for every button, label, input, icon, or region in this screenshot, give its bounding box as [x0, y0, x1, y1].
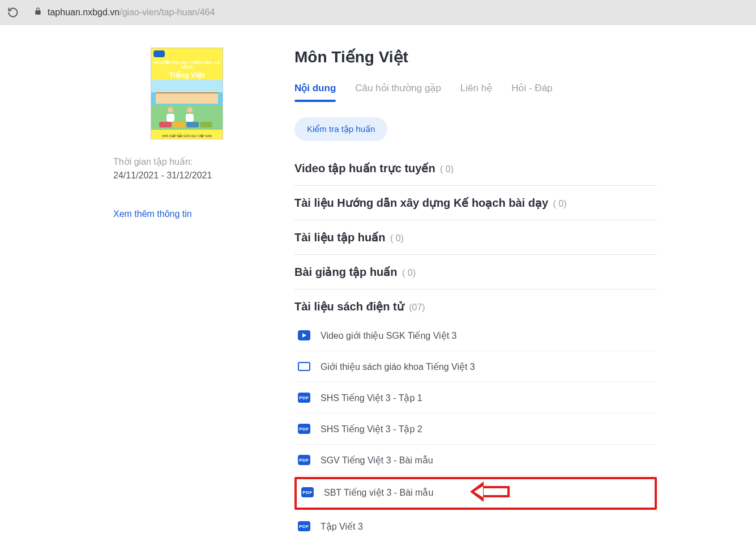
url-field[interactable]: taphuan.nxbgd.vn/giao-vien/tap-huan/464: [27, 4, 749, 21]
reload-icon[interactable]: [7, 6, 19, 19]
doc-item-video-intro[interactable]: Video giới thiệu SGK Tiếng Việt 3: [294, 320, 657, 351]
pdf-icon: PDF: [298, 521, 310, 531]
url-text: taphuan.nxbgd.vn/giao-vien/tap-huan/464: [48, 7, 215, 18]
check-training-button[interactable]: Kiểm tra tập huấn: [294, 117, 387, 141]
doc-item-intro-sgk[interactable]: Giới thiệu sách giáo khoa Tiếng Việt 3: [294, 351, 657, 382]
pdf-icon: PDF: [298, 455, 310, 465]
section-lectures[interactable]: Bài giảng tập huấn ( 0): [294, 255, 657, 289]
doc-item-shs-tap2[interactable]: PDF SHS Tiếng Việt 3 - Tập 2: [294, 414, 657, 445]
browser-address-bar: taphuan.nxbgd.vn/giao-vien/tap-huan/464: [0, 0, 756, 25]
more-info-link[interactable]: Xem thêm thông tin: [113, 209, 260, 219]
doc-item-sgv-baimau[interactable]: PDF SGV Tiếng Việt 3 - Bài mẫu: [294, 445, 657, 476]
training-time-label: Thời gian tập huấn:: [113, 156, 260, 167]
publisher-logo-icon: [153, 50, 165, 57]
training-date-range: 24/11/2021 - 31/12/2021: [113, 171, 260, 181]
pdf-icon: PDF: [301, 487, 314, 497]
screen-icon: [298, 362, 310, 371]
sidebar: NGUYỄN THỊ LAN • TRẦN VĂN • LÊ HỒNG Tiến…: [113, 48, 260, 552]
section-guide[interactable]: Tài liệu Hướng dẫn xây dựng Kế hoạch bài…: [294, 186, 657, 220]
main-content: Môn Tiếng Việt Nội dung Câu hỏi thường g…: [294, 48, 657, 552]
arrow-annotation-icon: [470, 481, 510, 502]
pdf-icon: PDF: [298, 424, 310, 434]
section-materials[interactable]: Tài liệu tập huấn ( 0): [294, 220, 657, 255]
section-video[interactable]: Video tập huấn trực tuyến ( 0): [294, 151, 657, 186]
section-ebooks: Tài liệu sách điện tử (07) Video giới th…: [294, 289, 657, 552]
tab-bar: Nội dung Câu hỏi thường gặp Liên hệ Hỏi …: [294, 82, 657, 101]
pdf-icon: PDF: [298, 393, 310, 403]
tab-contact[interactable]: Liên hệ: [460, 82, 492, 101]
doc-item-tapviet3[interactable]: PDF Tập Viết 3: [294, 511, 657, 542]
doc-item-shs-tap1[interactable]: PDF SHS Tiếng Việt 3 - Tập 1: [294, 382, 657, 414]
play-icon: [298, 330, 310, 340]
lock-icon: [34, 7, 42, 18]
book-cover[interactable]: NGUYỄN THỊ LAN • TRẦN VĂN • LÊ HỒNG Tiến…: [151, 48, 223, 139]
tab-content[interactable]: Nội dung: [294, 82, 336, 101]
tab-faq[interactable]: Câu hỏi thường gặp: [355, 82, 441, 101]
tab-qa[interactable]: Hỏi - Đáp: [511, 82, 552, 101]
page-title: Môn Tiếng Việt: [294, 48, 657, 66]
